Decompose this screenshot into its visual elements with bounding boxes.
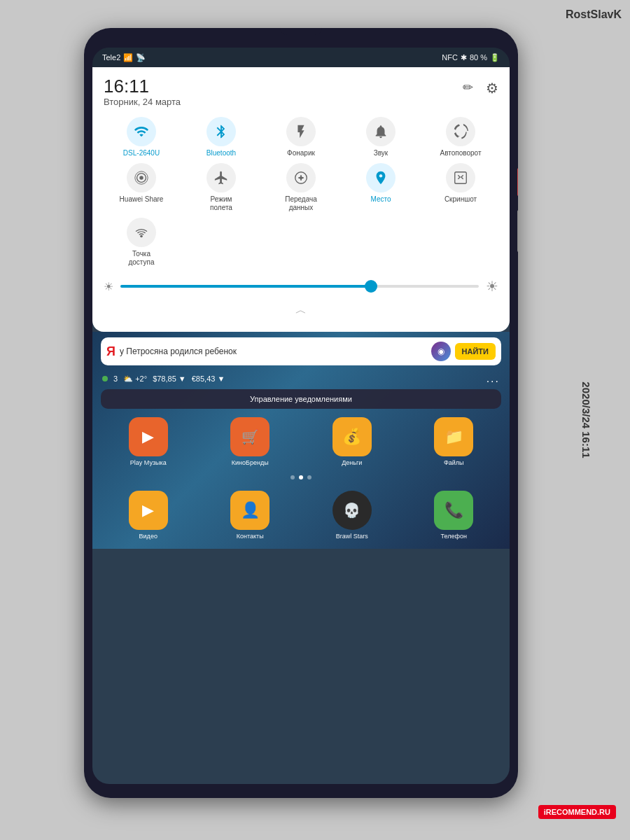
video-icon: ▶ (129, 491, 168, 530)
quick-screenshot[interactable]: Скриншот (423, 163, 498, 212)
huawei-share-icon (127, 163, 156, 192)
autorotate-icon (446, 117, 475, 146)
panel-collapse-button[interactable]: ︿ (104, 300, 498, 321)
side-button-volume[interactable] (517, 210, 518, 252)
edit-icon[interactable]: ✏ (463, 80, 473, 97)
brightness-thumb[interactable] (365, 280, 377, 293)
watermark-top: RostSlavK (566, 8, 622, 21)
quick-settings-row2: Huawei Share Режим полета (104, 163, 498, 212)
usd-rate: $78,85 ▼ (153, 374, 186, 383)
kinobrends-icon: 🛒 (230, 417, 270, 456)
quick-settings-row3: Точка доступа (104, 218, 498, 267)
wifi-status-icon: 📡 (136, 53, 146, 62)
quick-flashlight[interactable]: Фонарик (263, 117, 339, 158)
brightness-fill (120, 285, 371, 288)
bluetooth-label: Bluetooth (206, 149, 236, 158)
notch (280, 28, 322, 35)
notification-management-text: Управление уведомлениями (250, 395, 352, 403)
app-phone[interactable]: 📞 Телефон (407, 491, 502, 540)
hotspot-label: Точка доступа (128, 250, 154, 267)
flashlight-label: Фонарик (287, 149, 315, 158)
svg-point-0 (139, 176, 144, 180)
page-dot-2 (299, 475, 303, 479)
app-play-music[interactable]: ▶ Play Музыка (101, 417, 196, 467)
quick-sound[interactable]: Звук (343, 117, 419, 158)
phone-icon: 📞 (434, 491, 473, 530)
yandex-logo: Я (106, 344, 115, 359)
hotspot-icon (127, 218, 156, 247)
quick-huawei-share[interactable]: Huawei Share (104, 163, 179, 212)
yandex-find-button[interactable]: НАЙТИ (455, 343, 496, 360)
signal-icon: 📶 (123, 53, 133, 62)
yandex-search-bar[interactable]: Я у Петросяна родился ребенок ◉ НАЙТИ (101, 337, 501, 365)
phone-screen: Tele2 📶 📡 NFC ✱ 80 % 🔋 16:11 Вторник, 24… (92, 48, 510, 784)
nfc-icon: NFC (442, 53, 458, 62)
screenshot-label: Скриншот (444, 195, 477, 204)
brightness-track[interactable] (120, 285, 479, 288)
notification-management-popup[interactable]: Управление уведомлениями (101, 389, 501, 409)
faily-label: Файлы (444, 459, 464, 467)
settings-icon[interactable]: ⚙ (486, 80, 498, 97)
more-button[interactable]: ... (486, 372, 500, 385)
side-button-red[interactable] (517, 168, 518, 196)
quick-bluetooth[interactable]: Bluetooth (183, 117, 259, 158)
battery-percent: 80 % (470, 53, 487, 62)
quick-airplane[interactable]: Режим полета (183, 163, 259, 212)
phone-body: Tele2 📶 📡 NFC ✱ 80 % 🔋 16:11 Вторник, 24… (84, 28, 518, 798)
eur-rate: €85,43 ▼ (192, 374, 225, 383)
screenshot-icon (446, 163, 475, 192)
bluetooth-status-icon: ✱ (461, 53, 467, 62)
brightness-high-icon: ☀ (486, 278, 498, 295)
quick-wifi[interactable]: DSL-2640U (104, 117, 179, 158)
sound-icon (366, 117, 396, 146)
svg-rect-6 (300, 176, 302, 179)
app-kinobrends[interactable]: 🛒 КиноБренды (203, 417, 298, 467)
alice-button[interactable]: ◉ (431, 342, 451, 361)
app-video[interactable]: ▶ Видео (101, 491, 196, 540)
airplane-label: Режим полета (210, 195, 232, 212)
wifi-icon (127, 117, 156, 146)
app-brawl-stars[interactable]: 💀 Brawl Stars (304, 491, 400, 540)
autorotate-label: Автоповорот (440, 149, 481, 158)
carrier-label: Tele2 (102, 53, 120, 62)
page-indicator (98, 470, 504, 485)
status-bar: Tele2 📶 📡 NFC ✱ 80 % 🔋 (92, 48, 510, 67)
app-dengi[interactable]: 💰 Деньги (304, 417, 400, 467)
app-grid-row2: ▶ Видео 👤 Контакты 💀 Brawl Stars (98, 488, 504, 543)
app-contacts[interactable]: 👤 Контакты (203, 491, 298, 540)
notification-count: 3 (113, 374, 118, 383)
app-faily[interactable]: 📁 Файлы (407, 417, 502, 467)
sound-label: Звук (374, 149, 388, 158)
svg-point-8 (140, 235, 143, 238)
bluetooth-icon (206, 117, 236, 146)
play-music-icon: ▶ (129, 417, 168, 456)
quick-data-transfer[interactable]: Передача данных (263, 163, 339, 212)
notif-time: 16:11 (104, 77, 181, 95)
faily-icon: 📁 (434, 417, 473, 456)
page-dot-1 (290, 475, 295, 479)
home-screen: Я у Петросяна родился ребенок ◉ НАЙТИ 3 … (92, 332, 510, 549)
contacts-icon: 👤 (230, 491, 270, 530)
quick-autorotate[interactable]: Автоповорот (423, 117, 498, 158)
dengi-label: Деньги (342, 459, 362, 467)
notification-panel: 16:11 Вторник, 24 марта ✏ ⚙ DSL-2640U (92, 67, 510, 332)
info-bar: 3 ⛅ +2° $78,85 ▼ €85,43 ▼ ... (98, 371, 504, 389)
app-grid-row1: ▶ Play Музыка 🛒 КиноБренды 💰 Деньги (98, 414, 504, 470)
brawl-stars-label: Brawl Stars (336, 533, 368, 540)
dengi-icon: 💰 (332, 417, 372, 456)
quick-settings-row1: DSL-2640U Bluetooth (104, 117, 498, 158)
svg-rect-7 (455, 172, 467, 184)
yandex-search-query[interactable]: у Петросяна родился ребенок (120, 346, 427, 356)
status-dot (102, 376, 108, 382)
wifi-label: DSL-2640U (123, 149, 160, 158)
location-label: Место (370, 195, 391, 204)
recommend-badge: iRECOMMEND.RU (538, 805, 616, 819)
brightness-low-icon: ☀ (104, 280, 113, 293)
brightness-slider-row: ☀ ☀ (104, 275, 498, 300)
location-icon (366, 163, 396, 192)
notif-date: Вторник, 24 марта (104, 97, 181, 107)
quick-location[interactable]: Место (343, 163, 419, 212)
contacts-label: Контакты (237, 533, 264, 540)
quick-hotspot[interactable]: Точка доступа (104, 218, 179, 267)
huawei-share-label: Huawei Share (120, 195, 164, 204)
